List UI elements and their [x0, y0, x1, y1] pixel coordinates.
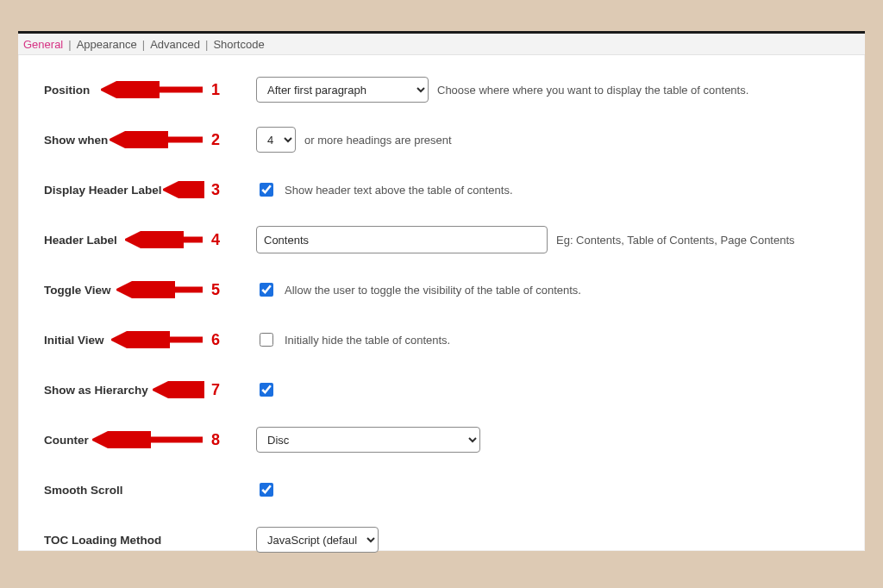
smooth-scroll-checkbox[interactable]	[260, 483, 273, 497]
label-toggle-view: Toggle View 5	[18, 284, 256, 297]
toggle-view-checkbox[interactable]	[260, 283, 273, 297]
label-position: Position 1	[18, 84, 256, 97]
row-counter: Counter 8 Disc	[18, 424, 865, 455]
annotation-arrow-8: 8	[92, 431, 220, 448]
row-smooth-scroll: Smooth Scroll	[18, 474, 865, 505]
annotation-number: 5	[211, 281, 220, 299]
hierarchy-checkbox[interactable]	[260, 383, 273, 397]
show-when-hint: or more headings are present	[304, 134, 452, 147]
show-when-select[interactable]: 4	[256, 127, 296, 153]
settings-panel: General | Appearance | Advanced | Shortc…	[18, 31, 865, 551]
row-show-when: Show when 2 4 or more headings are prese…	[18, 124, 865, 155]
row-header-label: Header Label 4 Eg: Contents, Table of Co…	[18, 224, 865, 255]
annotation-number: 1	[211, 81, 220, 99]
tab-appearance[interactable]: Appearance	[77, 38, 137, 51]
header-label-hint: Eg: Contents, Table of Contents, Page Co…	[556, 234, 795, 247]
annotation-arrow-6: 6	[111, 331, 220, 348]
initial-view-checkbox[interactable]	[260, 333, 273, 347]
initial-view-hint: Initially hide the table of contents.	[285, 334, 450, 347]
annotation-arrow-4: 4	[125, 231, 220, 248]
annotation-arrow-3: 3	[163, 181, 220, 198]
label-show-when: Show when 2	[18, 134, 256, 147]
loading-method-select[interactable]: JavaScript (default)	[256, 527, 379, 553]
row-display-header-label: Display Header Label 3 Show header text …	[18, 174, 865, 205]
settings-content: Position 1 After first paragraph Choose …	[18, 57, 865, 551]
display-header-label-checkbox[interactable]	[260, 183, 273, 197]
label-header-label: Header Label 4	[18, 234, 256, 247]
tab-bar: General | Appearance | Advanced | Shortc…	[18, 34, 865, 55]
label-counter: Counter 8	[18, 434, 256, 447]
annotation-number: 4	[211, 231, 220, 249]
tab-shortcode[interactable]: Shortcode	[213, 38, 264, 51]
tab-separator: |	[205, 38, 208, 51]
position-select[interactable]: After first paragraph	[256, 77, 429, 103]
counter-select[interactable]: Disc	[256, 427, 480, 453]
display-header-label-hint: Show header text above the table of cont…	[285, 184, 513, 197]
annotation-number: 6	[211, 331, 220, 349]
annotation-number: 3	[211, 181, 220, 199]
toggle-view-hint: Allow the user to toggle the visibility …	[285, 284, 581, 297]
tab-separator: |	[68, 38, 71, 51]
annotation-arrow-1: 1	[101, 81, 220, 98]
row-position: Position 1 After first paragraph Choose …	[18, 74, 865, 105]
annotation-number: 8	[211, 431, 220, 449]
row-loading-method: TOC Loading Method JavaScript (default)	[18, 524, 865, 555]
label-display-header-label: Display Header Label 3	[18, 184, 256, 197]
position-hint: Choose where where you want to display t…	[437, 84, 748, 97]
annotation-arrow-5: 5	[116, 281, 220, 298]
row-initial-view: Initial View 6 Initially hide the table …	[18, 324, 865, 355]
tab-advanced[interactable]: Advanced	[150, 38, 200, 51]
header-label-input[interactable]	[256, 226, 548, 253]
annotation-number: 2	[211, 131, 220, 149]
row-hierarchy: Show as Hierarchy 7	[18, 374, 865, 405]
annotation-arrow-2: 2	[110, 131, 220, 148]
tab-separator: |	[142, 38, 145, 51]
annotation-number: 7	[211, 381, 220, 399]
label-loading-method: TOC Loading Method	[18, 534, 256, 547]
annotation-arrow-7: 7	[153, 381, 220, 398]
tab-general[interactable]: General	[23, 38, 63, 51]
label-initial-view: Initial View 6	[18, 334, 256, 347]
label-hierarchy: Show as Hierarchy 7	[18, 384, 256, 397]
label-smooth-scroll: Smooth Scroll	[18, 484, 256, 497]
row-toggle-view: Toggle View 5 Allow the user to toggle t…	[18, 274, 865, 305]
